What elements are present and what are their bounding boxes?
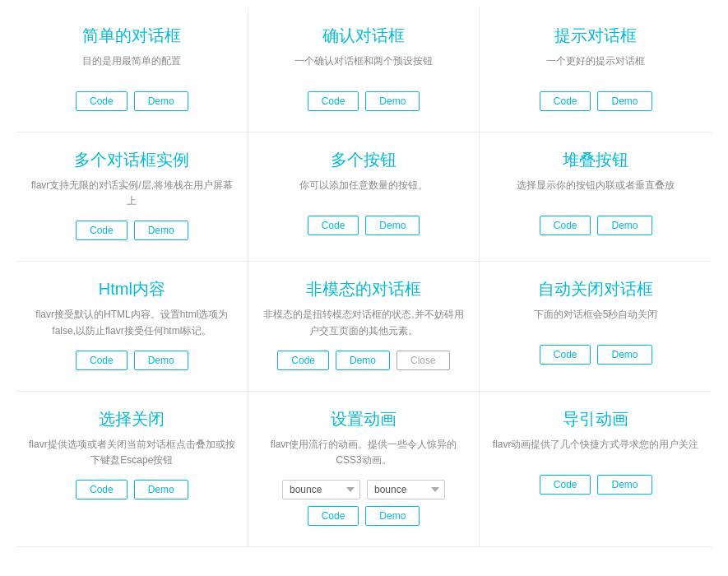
demo-button[interactable]: Demo [597, 91, 651, 111]
card-title: 堆叠按钮 [492, 149, 699, 171]
demo-button[interactable]: Demo [134, 351, 188, 370]
card-title: 简单的对话框 [29, 25, 235, 47]
animation-select-1[interactable]: bounceflashpulserubberBandshakeswingtada… [282, 480, 360, 499]
button-row: CodeDemo [29, 351, 235, 370]
code-button[interactable]: Code [540, 475, 591, 495]
card-simple-dialog: 简单的对话框目的是用最简单的配置CodeDemo [16, 8, 248, 132]
demo-button[interactable]: Demo [365, 506, 420, 526]
code-button[interactable]: Code [76, 91, 128, 111]
code-button[interactable]: Code [277, 351, 329, 370]
code-button[interactable]: Code [540, 216, 591, 235]
card-set-animation: 设置动画flavr使用流行的动画。提供一些令人惊异的CSS3动画。bouncef… [248, 392, 480, 547]
card-confirm-dialog: 确认对话框一个确认对话框和两个预设按钮CodeDemo [248, 8, 480, 132]
card-desc: 你可以添加任意数量的按钮。 [261, 178, 467, 204]
demo-button[interactable]: Demo [134, 480, 188, 499]
card-title: 自动关闭对话框 [492, 278, 699, 300]
close-button[interactable]: Close [396, 351, 450, 370]
button-row: CodeDemo [29, 480, 235, 499]
button-row: CodeDemoClose [261, 351, 467, 370]
button-row: CodeDemo [261, 506, 467, 526]
demo-button[interactable]: Demo [597, 216, 651, 235]
card-title: 提示对话框 [492, 25, 699, 47]
code-button[interactable]: Code [540, 91, 591, 111]
demo-button[interactable]: Demo [597, 475, 651, 495]
code-button[interactable]: Code [76, 480, 128, 499]
card-desc: flavr接受默认的HTML内容。设置html选项为false,以防止flavr… [29, 307, 235, 338]
demo-button[interactable]: Demo [365, 216, 420, 235]
card-select-close: 选择关闭flavr提供选项或者关闭当前对话框点击叠加或按下键盘Escape按钮C… [16, 392, 248, 547]
card-desc: 选择显示你的按钮内联或者垂直叠放 [492, 178, 699, 204]
code-button[interactable]: Code [76, 351, 128, 370]
card-title: Html内容 [29, 278, 235, 300]
card-multi-button: 多个按钮你可以添加任意数量的按钮。CodeDemo [248, 132, 480, 262]
demo-button[interactable]: Demo [134, 91, 188, 111]
card-non-modal-dialog: 非模态的对话框非模态的是扭转模态对话框的状态,并不妨碍用户交互页面的其他元素。C… [248, 262, 480, 391]
card-title: 选择关闭 [29, 408, 235, 430]
card-title: 导引动画 [492, 408, 699, 430]
card-desc: flavr支持无限的对话实例/层,将堆栈在用户屏幕上 [29, 178, 235, 209]
card-title: 多个对话框实例 [29, 149, 235, 171]
card-desc: flavr使用流行的动画。提供一些令人惊异的CSS3动画。 [261, 437, 467, 468]
button-row: CodeDemo [492, 91, 699, 111]
button-row: CodeDemo [261, 91, 467, 111]
card-auto-close-dialog: 自动关闭对话框下面的对话框会5秒自动关闭CodeDemo [480, 262, 712, 391]
card-multi-dialog: 多个对话框实例flavr支持无限的对话实例/层,将堆栈在用户屏幕上CodeDem… [16, 132, 248, 262]
button-row: CodeDemo [29, 221, 235, 240]
code-button[interactable]: Code [308, 91, 359, 111]
demo-button[interactable]: Demo [336, 351, 390, 370]
card-grid: 简单的对话框目的是用最简单的配置CodeDemo确认对话框一个确认对话框和两个预… [0, 0, 728, 555]
code-button[interactable]: Code [540, 345, 591, 365]
animation-select-2[interactable]: bounceflashpulserubberBandshakeswingtada… [367, 480, 445, 499]
card-title: 非模态的对话框 [261, 278, 467, 300]
card-desc: 一个更好的提示对话框 [492, 53, 699, 80]
card-guide-animation: 导引动画flavr动画提供了几个快捷方式寻求您的用户关注CodeDemo [480, 392, 712, 547]
select-row: bounceflashpulserubberBandshakeswingtada… [261, 480, 467, 499]
button-row: CodeDemo [492, 475, 699, 495]
code-button[interactable]: Code [308, 506, 359, 526]
card-stack-button: 堆叠按钮选择显示你的按钮内联或者垂直叠放CodeDemo [480, 132, 712, 262]
card-html-content: Html内容flavr接受默认的HTML内容。设置html选项为false,以防… [16, 262, 248, 391]
card-desc: 目的是用最简单的配置 [29, 53, 235, 80]
button-row: CodeDemo [261, 216, 467, 235]
demo-button[interactable]: Demo [134, 221, 188, 240]
card-title: 多个按钮 [261, 149, 467, 171]
card-hint-dialog: 提示对话框一个更好的提示对话框CodeDemo [480, 8, 712, 132]
card-desc: 一个确认对话框和两个预设按钮 [261, 53, 467, 80]
button-row: CodeDemo [29, 91, 235, 111]
button-row: CodeDemo [492, 216, 699, 235]
card-desc: flavr提供选项或者关闭当前对话框点击叠加或按下键盘Escape按钮 [29, 437, 235, 468]
button-row: CodeDemo [492, 345, 699, 365]
card-title: 确认对话框 [261, 25, 467, 47]
demo-button[interactable]: Demo [597, 345, 651, 365]
card-desc: 下面的对话框会5秒自动关闭 [492, 307, 699, 333]
demo-button[interactable]: Demo [365, 91, 420, 111]
card-desc: 非模态的是扭转模态对话框的状态,并不妨碍用户交互页面的其他元素。 [261, 307, 467, 338]
code-button[interactable]: Code [76, 221, 128, 240]
card-desc: flavr动画提供了几个快捷方式寻求您的用户关注 [492, 437, 699, 463]
card-title: 设置动画 [261, 408, 467, 430]
code-button[interactable]: Code [308, 216, 359, 235]
